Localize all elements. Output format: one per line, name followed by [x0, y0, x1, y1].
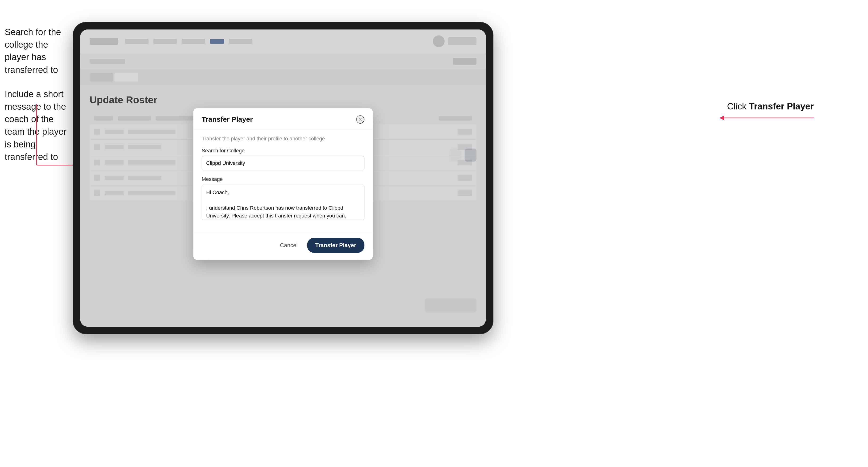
message-textarea[interactable]	[202, 185, 365, 220]
message-label: Message	[202, 176, 365, 182]
modal-subtitle: Transfer the player and their profile to…	[202, 135, 365, 142]
message-group: Message	[202, 176, 365, 221]
annotation-left-top: Search for the college the player has tr…	[5, 26, 68, 76]
modal-dialog: Transfer Player × Transfer the player an…	[193, 108, 373, 260]
ipad-screen: Update Roster	[80, 30, 486, 326]
search-college-label: Search for College	[202, 148, 365, 154]
close-icon: ×	[358, 116, 362, 123]
modal-overlay: Transfer Player × Transfer the player an…	[80, 30, 486, 326]
modal-title: Transfer Player	[202, 115, 253, 123]
modal-close-button[interactable]: ×	[356, 115, 365, 124]
cancel-button[interactable]: Cancel	[275, 240, 302, 251]
search-college-group: Search for College	[202, 148, 365, 170]
modal-header: Transfer Player ×	[193, 108, 373, 130]
modal-footer: Cancel Transfer Player	[193, 233, 373, 260]
search-college-input[interactable]	[202, 156, 365, 170]
ipad-device: Update Roster	[73, 22, 493, 334]
svg-marker-4	[719, 116, 724, 120]
transfer-player-button[interactable]: Transfer Player	[307, 238, 365, 253]
modal-body: Transfer the player and their profile to…	[193, 130, 373, 233]
right-arrow	[719, 106, 814, 130]
